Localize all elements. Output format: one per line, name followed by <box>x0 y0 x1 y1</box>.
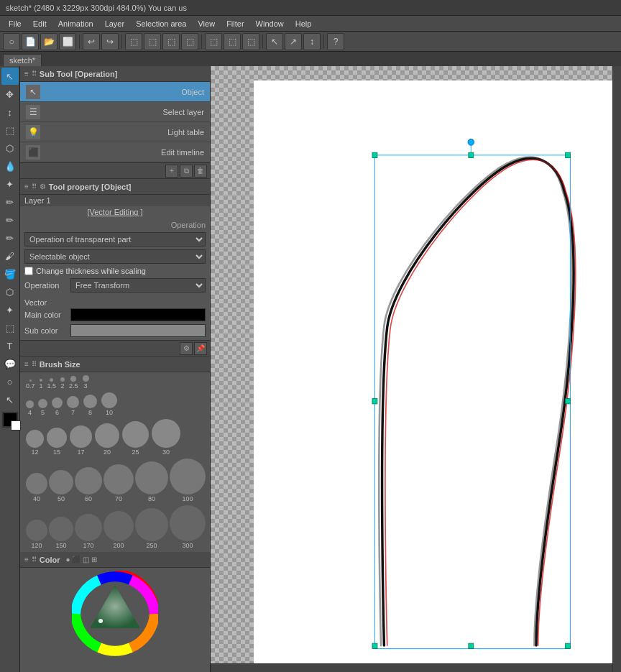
brush-40[interactable]: 40 <box>26 473 47 502</box>
color-wheel-area[interactable] <box>20 568 210 660</box>
selectable-object-select[interactable]: Selectable object <box>24 249 206 264</box>
change-thickness-checkbox[interactable] <box>24 267 33 275</box>
sub-tool-operation[interactable]: ↖ Object <box>20 82 210 102</box>
brush-7[interactable]: 7 <box>67 396 79 416</box>
operation-select[interactable]: Free Transform <box>70 278 206 293</box>
tool-pointer[interactable]: ↖ <box>1 68 19 85</box>
brush-80[interactable]: 80 <box>135 461 168 502</box>
brush-07[interactable]: 0.7 <box>26 379 35 390</box>
tool-cursor2-btn[interactable]: ↗ <box>285 33 302 50</box>
tool-open-btn[interactable]: 📂 <box>40 33 58 50</box>
tool-shape[interactable]: ⬚ <box>1 319 19 336</box>
sub-tool-add-btn[interactable]: + <box>165 165 178 178</box>
brush-300[interactable]: 300 <box>170 505 206 549</box>
brush-100[interactable]: 100 <box>170 459 206 502</box>
menu-edit[interactable]: Edit <box>27 18 52 29</box>
handle-bl[interactable] <box>372 643 377 648</box>
tool-prop-settings-icon[interactable]: ⚙ <box>40 183 46 190</box>
horizontal-scrollbar[interactable] <box>211 663 612 672</box>
tool-circle-btn[interactable]: ○ <box>3 33 20 50</box>
canvas-area[interactable] <box>211 66 621 672</box>
brush-5[interactable]: 5 <box>38 399 47 416</box>
tool-save-btn[interactable]: ⬜ <box>59 33 76 50</box>
color-selector[interactable] <box>98 619 103 623</box>
menu-file[interactable]: File <box>3 18 27 29</box>
brush-3[interactable]: 3 <box>83 375 89 390</box>
tool-help-btn[interactable]: ? <box>327 33 344 50</box>
brush-10[interactable]: 10 <box>101 392 117 416</box>
handle-mr[interactable] <box>566 399 571 404</box>
brush-25[interactable]: 2.5 <box>69 376 78 390</box>
sub-tool-light-table[interactable]: 💡 Light table <box>20 122 210 142</box>
menu-layer[interactable]: Layer <box>99 18 131 29</box>
tool-airbrush[interactable]: 🖌 <box>1 247 19 264</box>
brush-50[interactable]: 50 <box>49 470 73 502</box>
tool-new-btn[interactable]: 📄 <box>22 33 39 50</box>
tool-brush[interactable]: ✏ <box>1 229 19 247</box>
brush-250[interactable]: 250 <box>135 508 168 549</box>
handle-ml[interactable] <box>372 399 377 404</box>
tool-cursor-btn[interactable]: ↖ <box>266 33 283 50</box>
transparent-part-select[interactable]: Operation of transparent part <box>24 232 206 247</box>
brush-20[interactable]: 20 <box>95 423 119 456</box>
color-menu-icon[interactable]: ≡ <box>24 556 29 563</box>
brush-150[interactable]: 150 <box>49 517 73 549</box>
brush-6[interactable]: 6 <box>52 397 63 416</box>
tool-pen[interactable]: ✏ <box>1 193 19 211</box>
brush-size-menu-icon[interactable]: ≡ <box>24 360 29 368</box>
brush-15b[interactable]: 15 <box>47 428 67 456</box>
tool-pencil[interactable]: ✏ <box>1 211 19 229</box>
main-color-swatch[interactable] <box>70 308 206 321</box>
tool-select-btn[interactable]: ⬚ <box>125 33 142 50</box>
sub-tool-delete-btn[interactable]: 🗑 <box>194 165 207 178</box>
tool-zoom[interactable]: ↕ <box>1 103 19 121</box>
tool-select3-btn[interactable]: ⬚ <box>162 33 180 50</box>
menu-filter[interactable]: Filter <box>221 18 249 29</box>
tool-prop-menu-icon[interactable]: ≡ <box>24 183 29 190</box>
handle-rotate[interactable] <box>468 139 474 145</box>
tool-star[interactable]: ✦ <box>1 175 19 193</box>
brush-70[interactable]: 70 <box>104 464 134 502</box>
brush-1[interactable]: 1 <box>40 379 43 390</box>
tool-select-rect[interactable]: ⬚ <box>1 121 19 139</box>
brush-200[interactable]: 200 <box>104 511 134 549</box>
tool-blur[interactable]: ✦ <box>1 301 19 318</box>
tool-select2-btn[interactable]: ⬚ <box>144 33 161 50</box>
vertical-scrollbar[interactable] <box>612 66 621 672</box>
tool-transform3-btn[interactable]: ⬚ <box>242 33 259 50</box>
panel-menu-icon[interactable]: ≡ <box>24 70 29 78</box>
brush-25b[interactable]: 25 <box>122 421 149 456</box>
foreground-color[interactable] <box>2 412 18 428</box>
tool-transform-btn[interactable]: ⬚ <box>205 33 222 50</box>
menu-animation[interactable]: Animation <box>52 18 99 29</box>
handle-tl[interactable] <box>372 152 377 157</box>
menu-window[interactable]: Window <box>250 18 290 29</box>
handle-bm[interactable] <box>469 643 474 648</box>
tool-fill[interactable]: ○ <box>1 373 19 390</box>
brush-12[interactable]: 12 <box>26 430 44 456</box>
tool-prop-pin-btn[interactable]: 📌 <box>194 342 207 355</box>
handle-br[interactable] <box>566 643 571 648</box>
brush-170[interactable]: 170 <box>75 514 102 549</box>
tool-lasso[interactable]: ⬡ <box>1 139 19 157</box>
sub-tool-select-layer[interactable]: ☰ Select layer <box>20 102 210 122</box>
tool-text[interactable]: T <box>1 337 19 354</box>
tool-redo-btn[interactable]: ↪ <box>101 33 119 50</box>
tool-eraser[interactable]: ⬡ <box>1 283 19 300</box>
tool-move[interactable]: ✥ <box>1 86 19 103</box>
tool-eyedrop[interactable]: 💧 <box>1 157 19 175</box>
tool-cursor3-btn[interactable]: ↕ <box>303 33 321 50</box>
tool-undo-btn[interactable]: ↩ <box>83 33 100 50</box>
brush-17[interactable]: 17 <box>70 425 92 456</box>
brush-2[interactable]: 2 <box>60 377 65 390</box>
brush-60[interactable]: 60 <box>75 467 102 502</box>
menu-help[interactable]: Help <box>290 18 318 29</box>
tab-sketch[interactable]: sketch* <box>3 54 42 66</box>
tool-bucket[interactable]: 🪣 <box>1 265 19 282</box>
sub-tool-copy-btn[interactable]: ⧉ <box>180 165 193 178</box>
tool-transform2-btn[interactable]: ⬚ <box>224 33 241 50</box>
tool-select4-btn[interactable]: ⬚ <box>181 33 198 50</box>
brush-8[interactable]: 8 <box>83 395 97 416</box>
menu-selection-area[interactable]: Selection area <box>130 18 192 29</box>
brush-120[interactable]: 120 <box>26 520 47 549</box>
